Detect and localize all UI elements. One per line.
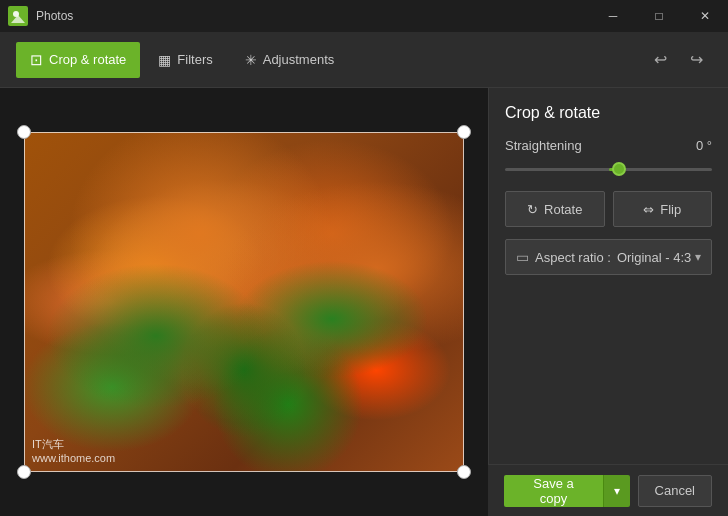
svg-marker-1 xyxy=(11,15,25,23)
minimize-button[interactable]: ─ xyxy=(590,0,636,32)
aspect-ratio-value: Original - 4:3 xyxy=(617,250,691,265)
adjustments-icon: ✳ xyxy=(245,52,257,68)
crop-handle-bottomleft[interactable] xyxy=(17,465,31,479)
aspect-ratio-label: Aspect ratio : xyxy=(535,250,611,265)
crop-rotate-button[interactable]: ⊡ Crop & rotate xyxy=(16,42,140,78)
toolbar: ⊡ Crop & rotate ▦ Filters ✳ Adjustments … xyxy=(0,32,728,88)
flip-icon: ⇔ xyxy=(643,202,654,217)
filters-button[interactable]: ▦ Filters xyxy=(144,42,226,78)
watermark-url: www.ithome.com xyxy=(32,452,115,464)
right-panel: Crop & rotate Straightening 0 ° ↻ Rotate… xyxy=(488,88,728,516)
watermark-text: IT汽车 xyxy=(32,437,115,452)
bottom-bar: Save a copy ▾ Cancel xyxy=(488,464,728,516)
rotate-icon: ↻ xyxy=(527,202,538,217)
filters-icon: ▦ xyxy=(158,52,171,68)
redo-button[interactable]: ↪ xyxy=(680,44,712,76)
flip-button[interactable]: ⇔ Flip xyxy=(613,191,713,227)
adjustments-label: Adjustments xyxy=(263,52,335,67)
crop-rotate-label: Crop & rotate xyxy=(49,52,126,67)
close-button[interactable]: ✕ xyxy=(682,0,728,32)
filters-label: Filters xyxy=(177,52,212,67)
maximize-button[interactable]: □ xyxy=(636,0,682,32)
aspect-ratio-left: ▭ Aspect ratio : Original - 4:3 xyxy=(516,249,691,265)
watermark: IT汽车 www.ithome.com xyxy=(32,437,115,464)
titlebar-left: Photos xyxy=(8,6,73,26)
rotate-label: Rotate xyxy=(544,202,582,217)
food-image: IT汽车 www.ithome.com xyxy=(24,132,464,472)
straighten-label: Straightening xyxy=(505,138,582,153)
crop-handle-bottomright[interactable] xyxy=(457,465,471,479)
titlebar-title: Photos xyxy=(36,9,73,23)
crop-handle-topright[interactable] xyxy=(457,125,471,139)
slider-track xyxy=(505,168,712,171)
save-btn-container: Save a copy ▾ xyxy=(504,475,630,507)
crop-icon: ⊡ xyxy=(30,51,43,69)
cancel-button[interactable]: Cancel xyxy=(638,475,712,507)
save-copy-button[interactable]: Save a copy xyxy=(504,475,603,507)
food-image-inner xyxy=(24,132,464,472)
straighten-section: Straightening 0 ° xyxy=(505,138,712,179)
main-layout: IT汽车 www.ithome.com Crop & rotate Straig… xyxy=(0,88,728,516)
rotate-button[interactable]: ↻ Rotate xyxy=(505,191,605,227)
titlebar-controls: ─ □ ✕ xyxy=(590,0,728,32)
titlebar: Photos ─ □ ✕ xyxy=(0,0,728,32)
crop-handle-topleft[interactable] xyxy=(17,125,31,139)
adjustments-button[interactable]: ✳ Adjustments xyxy=(231,42,349,78)
flip-label: Flip xyxy=(660,202,681,217)
panel-title: Crop & rotate xyxy=(505,104,712,122)
app-icon xyxy=(8,6,28,26)
straighten-header: Straightening 0 ° xyxy=(505,138,712,153)
straighten-value: 0 ° xyxy=(696,138,712,153)
chevron-down-icon: ▾ xyxy=(614,484,620,498)
canvas-area: IT汽车 www.ithome.com xyxy=(0,88,488,516)
aspect-icon: ▭ xyxy=(516,249,529,265)
chevron-down-icon: ▾ xyxy=(695,250,701,264)
image-container[interactable]: IT汽车 www.ithome.com xyxy=(24,132,464,472)
aspect-ratio-button[interactable]: ▭ Aspect ratio : Original - 4:3 ▾ xyxy=(505,239,712,275)
slider-thumb[interactable] xyxy=(612,162,626,176)
panel-spacer xyxy=(505,287,712,452)
undo-button[interactable]: ↩ xyxy=(644,44,676,76)
save-dropdown-button[interactable]: ▾ xyxy=(603,475,629,507)
slider-container[interactable] xyxy=(505,159,712,179)
rotate-flip-row: ↻ Rotate ⇔ Flip xyxy=(505,191,712,227)
